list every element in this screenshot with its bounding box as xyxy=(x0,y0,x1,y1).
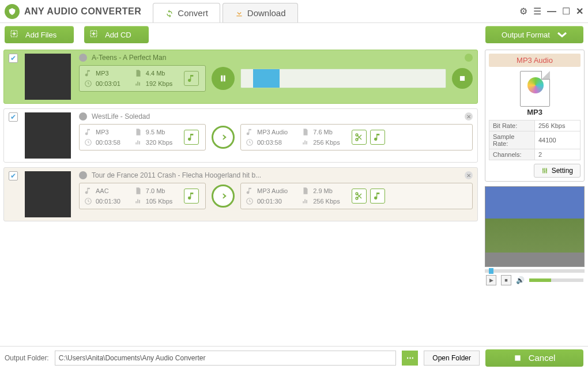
chevron-down-icon xyxy=(557,31,567,38)
sliders-icon xyxy=(541,167,548,174)
edit-track-icon[interactable] xyxy=(184,130,199,145)
bitrate-icon xyxy=(134,138,142,146)
window-controls: ⚙ ☰ — ☐ ✕ xyxy=(519,6,583,17)
cut-icon[interactable] xyxy=(352,189,367,204)
add-files-button[interactable]: Add Files xyxy=(5,26,74,43)
file-icon xyxy=(301,187,310,195)
svg-rect-3 xyxy=(460,76,465,81)
add-files-icon xyxy=(9,29,21,40)
app-logo xyxy=(5,4,20,19)
output-spec-table: Bit Rate:256 Kbps Sample Rate:44100 Chan… xyxy=(489,120,581,160)
tab-convert[interactable]: Convert xyxy=(153,3,220,22)
item-checkbox[interactable]: ✔ xyxy=(9,54,18,63)
clock-icon xyxy=(246,138,254,146)
edit-track-icon[interactable] xyxy=(370,130,385,145)
edit-track-icon[interactable] xyxy=(370,189,385,204)
output-folder-label: Output Folder: xyxy=(5,354,49,362)
music-icon xyxy=(246,187,254,195)
edit-track-icon[interactable] xyxy=(184,71,199,86)
item-checkbox[interactable]: ✔ xyxy=(9,112,18,122)
file-icon xyxy=(134,187,142,195)
music-icon xyxy=(84,128,92,136)
disc-icon xyxy=(79,112,87,121)
svg-point-12 xyxy=(542,169,544,170)
add-cd-label: Add CD xyxy=(105,31,131,39)
pause-button[interactable] xyxy=(212,67,235,90)
minimize-icon[interactable]: — xyxy=(547,6,556,17)
output-format-label: Output Format xyxy=(502,31,550,39)
output-format-icon: MP3 xyxy=(489,70,581,116)
item-checkbox[interactable]: ✔ xyxy=(9,171,18,180)
remove-item-button[interactable] xyxy=(465,54,473,62)
list-item[interactable]: ✔ Tour de France 2011 Crash - Flecha Hoo… xyxy=(3,167,478,221)
cancel-button[interactable]: Cancel xyxy=(485,349,583,367)
clock-icon xyxy=(84,138,92,146)
stop-button[interactable] xyxy=(452,68,473,89)
add-cd-icon xyxy=(89,29,100,40)
refresh-icon xyxy=(165,9,174,18)
cut-icon[interactable] xyxy=(352,130,367,145)
clock-icon xyxy=(84,197,92,205)
bitrate-icon xyxy=(134,197,142,205)
album-art xyxy=(25,54,71,100)
setting-button[interactable]: Setting xyxy=(534,164,581,178)
convert-arrow-button[interactable] xyxy=(212,184,235,208)
track-title: WestLife - Soledad xyxy=(92,112,150,121)
music-icon xyxy=(84,69,92,77)
file-icon xyxy=(134,69,142,77)
volume-slider[interactable] xyxy=(529,278,583,282)
edit-track-icon[interactable] xyxy=(184,189,199,204)
volume-icon[interactable]: 🔊 xyxy=(516,276,525,284)
add-files-label: Add Files xyxy=(25,31,56,39)
video-preview[interactable] xyxy=(485,186,585,267)
browse-folder-button[interactable]: ⋯ xyxy=(402,351,418,366)
play-button[interactable]: ▶ xyxy=(486,275,496,285)
clock-icon xyxy=(246,197,254,205)
output-format-card: MP3 Audio MP3 Bit Rate:256 Kbps Sample R… xyxy=(485,50,585,182)
player-controls: ▶ ■ 🔊 xyxy=(485,273,585,288)
tab-download[interactable]: Download xyxy=(223,3,298,22)
disc-icon xyxy=(79,171,87,179)
album-art xyxy=(25,171,71,217)
list-item[interactable]: ✔ A-Teens - A Perfect Man MP3 4.4 Mb 00:… xyxy=(3,50,478,104)
footer: Output Folder: ⋯ Open Folder Cancel xyxy=(0,346,588,369)
album-art xyxy=(25,112,71,159)
music-icon xyxy=(84,187,92,195)
track-title: Tour de France 2011 Crash - Flecha Hooge… xyxy=(92,171,261,179)
progress-bar[interactable] xyxy=(240,69,446,88)
open-folder-button[interactable]: Open Folder xyxy=(424,351,480,366)
output-format-header: MP3 Audio xyxy=(489,54,581,67)
output-format-button[interactable]: Output Format xyxy=(485,26,583,43)
seek-bar[interactable] xyxy=(485,269,585,273)
file-icon xyxy=(134,128,142,136)
file-list: ✔ A-Teens - A Perfect Man MP3 4.4 Mb 00:… xyxy=(0,46,481,346)
list-icon[interactable]: ☰ xyxy=(533,6,541,17)
remove-item-button[interactable]: ✕ xyxy=(465,171,473,179)
music-icon xyxy=(246,128,254,136)
app-title: ANY AUDIO CONVERTER xyxy=(24,6,141,17)
add-cd-button[interactable]: Add CD xyxy=(84,26,149,43)
list-item[interactable]: ✔ WestLife - Soledad MP3 9.5 Mb 00:03:58… xyxy=(3,108,478,163)
side-panel: MP3 Audio MP3 Bit Rate:256 Kbps Sample R… xyxy=(481,46,588,346)
stop-icon xyxy=(514,354,522,362)
bitrate-icon xyxy=(301,197,310,205)
main-tabs: Convert Download xyxy=(153,0,300,22)
clock-icon xyxy=(84,80,92,88)
player-stop-button[interactable]: ■ xyxy=(501,275,511,285)
svg-point-14 xyxy=(546,170,547,171)
convert-arrow-button[interactable] xyxy=(212,126,235,149)
maximize-icon[interactable]: ☐ xyxy=(562,6,570,17)
tab-download-label: Download xyxy=(247,8,286,18)
svg-point-13 xyxy=(544,171,545,172)
output-folder-input[interactable] xyxy=(55,351,397,366)
remove-item-button[interactable]: ✕ xyxy=(465,112,473,121)
download-icon xyxy=(235,9,244,18)
disc-icon xyxy=(79,54,87,62)
svg-rect-15 xyxy=(515,355,520,360)
gear-icon[interactable]: ⚙ xyxy=(519,6,527,17)
bitrate-icon xyxy=(134,80,142,88)
tab-convert-label: Convert xyxy=(178,8,208,18)
close-icon[interactable]: ✕ xyxy=(576,6,583,17)
preview-panel: ▶ ■ 🔊 xyxy=(485,186,585,288)
toolbar: Add Files Add CD Output Format xyxy=(0,23,588,46)
